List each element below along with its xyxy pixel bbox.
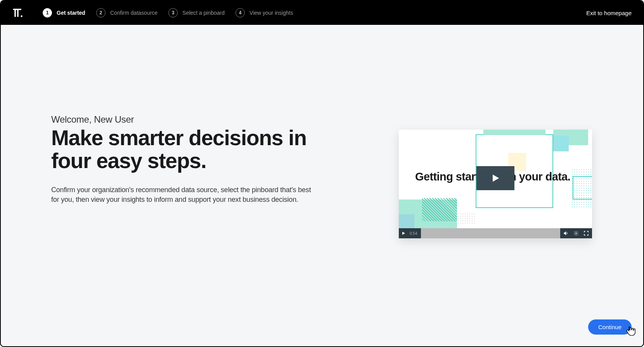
decoration <box>457 213 476 224</box>
video-controls-right <box>560 228 592 238</box>
video-controls-left: 0:54 <box>399 228 421 238</box>
gear-icon <box>573 231 579 236</box>
step-confirm-datasource[interactable]: 2 Confirm datasource <box>96 8 158 17</box>
video-column: Getting started with your data. 0:54 <box>399 130 593 238</box>
svg-rect-2 <box>17 10 19 17</box>
video-preview[interactable]: Getting started with your data. <box>399 130 592 228</box>
logo[interactable] <box>12 7 23 18</box>
svg-point-3 <box>21 16 22 17</box>
video-card: Getting started with your data. 0:54 <box>399 130 592 238</box>
svg-rect-0 <box>13 9 21 10</box>
volume-button[interactable] <box>563 231 569 236</box>
step-label: View your insights <box>249 10 293 16</box>
svg-rect-1 <box>14 10 16 17</box>
decoration <box>399 214 414 228</box>
svg-point-4 <box>575 232 577 234</box>
step-select-pinboard[interactable]: 3 Select a pinboard <box>168 8 225 17</box>
decoration <box>553 136 569 151</box>
step-number: 2 <box>96 8 106 17</box>
play-overlay-button[interactable] <box>476 166 514 190</box>
fullscreen-icon <box>583 231 589 236</box>
step-get-started[interactable]: 1 Get started <box>43 8 85 17</box>
decoration <box>422 198 457 221</box>
exit-to-homepage-link[interactable]: Exit to homepage <box>586 10 632 16</box>
header-bar: 1 Get started 2 Confirm datasource 3 Sel… <box>1 1 643 25</box>
video-duration: 0:54 <box>410 231 417 236</box>
logo-icon <box>12 7 23 18</box>
video-controls: 0:54 <box>399 228 592 238</box>
step-label: Get started <box>57 10 85 16</box>
intro-text-column: Welcome, New User Make smarter decisions… <box>51 114 323 238</box>
headline-text: Make smarter decisions in four easy step… <box>51 127 323 173</box>
play-icon <box>401 231 406 236</box>
step-number: 4 <box>235 8 245 17</box>
cursor-hand-icon <box>625 324 636 338</box>
description-text: Confirm your organization's recommended … <box>51 185 315 205</box>
volume-icon <box>563 231 569 236</box>
welcome-text: Welcome, New User <box>51 114 323 125</box>
play-button[interactable] <box>401 231 406 236</box>
step-number: 1 <box>43 8 52 17</box>
onboarding-steps: 1 Get started 2 Confirm datasource 3 Sel… <box>43 8 586 17</box>
step-label: Confirm datasource <box>110 10 158 16</box>
fullscreen-button[interactable] <box>583 231 589 236</box>
decoration <box>573 176 592 200</box>
step-view-insights[interactable]: 4 View your insights <box>235 8 293 17</box>
step-label: Select a pinboard <box>182 10 225 16</box>
decoration <box>483 130 545 135</box>
main-content: Welcome, New User Make smarter decisions… <box>1 25 643 238</box>
step-number: 3 <box>168 8 178 17</box>
settings-button[interactable] <box>573 231 579 236</box>
play-icon <box>490 173 501 184</box>
